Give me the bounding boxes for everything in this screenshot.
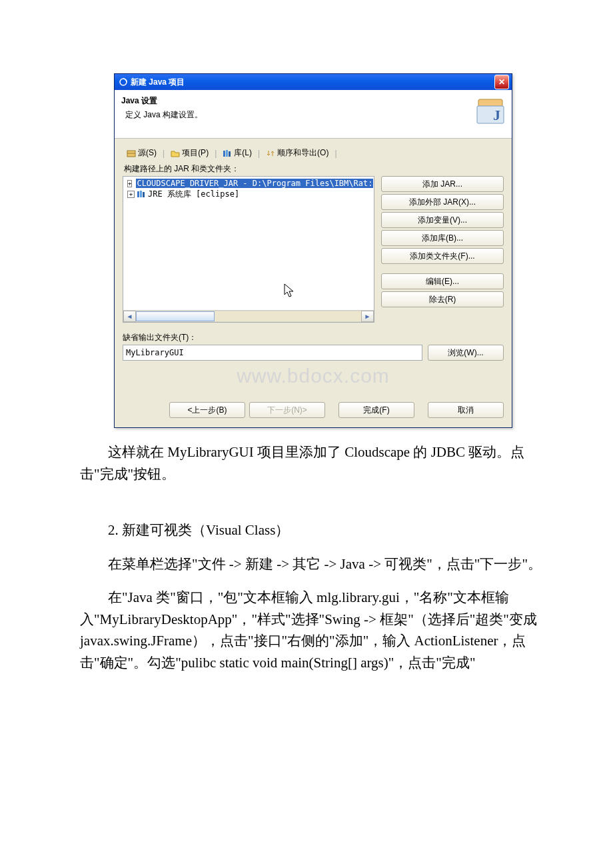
scroll-left-button[interactable]: ◄ <box>123 311 136 322</box>
tab-separator: | <box>257 149 261 158</box>
scroll-thumb[interactable] <box>136 311 215 321</box>
tab-library-label: 库(L) <box>234 147 252 159</box>
dialog-title: 新建 Java 项目 <box>131 77 494 88</box>
scroll-right-button[interactable]: ► <box>361 311 374 322</box>
banner-subtitle: 定义 Java 构建设置。 <box>121 109 473 121</box>
tab-separator: | <box>162 149 165 158</box>
svg-rect-6 <box>223 151 225 157</box>
tab-library[interactable]: 库(L) <box>219 145 256 161</box>
wizard-buttons: <上一步(B) 下一步(N)> 完成(F) 取消 <box>115 395 512 427</box>
section-heading: 2. 新建可视类（Visual Class） <box>80 519 546 541</box>
add-library-button[interactable]: 添加库(B)... <box>381 230 504 246</box>
svg-rect-11 <box>143 192 145 197</box>
browse-button[interactable]: 浏览(W)... <box>428 345 504 361</box>
tab-order-label: 顺序和导出(O) <box>277 147 328 159</box>
document-text: 这样就在 MyLibraryGUI 项目里添加了 Cloudscape 的 JD… <box>80 441 546 673</box>
next-button: 下一步(N)> <box>249 402 325 418</box>
expand-icon[interactable]: + <box>127 180 132 187</box>
svg-rect-8 <box>229 151 231 157</box>
tree-panel[interactable]: + CLOUDSCAPE_DRIVER_JAR - D:\Program Fil… <box>123 176 374 323</box>
svg-rect-10 <box>140 191 142 197</box>
finish-button[interactable]: 完成(F) <box>338 402 414 418</box>
tab-order[interactable]: 顺序和导出(O) <box>262 145 332 161</box>
svg-text:J: J <box>493 107 500 123</box>
scroll-track[interactable] <box>136 311 361 322</box>
add-jar-button[interactable]: 添加 JAR... <box>381 176 504 192</box>
order-icon <box>266 149 275 157</box>
output-folder-input[interactable]: MyLibraryGUI <box>123 345 422 361</box>
paragraph: 在"Java 类"窗口，"包"文本框输入 mlg.library.gui，"名称… <box>80 587 546 673</box>
new-java-project-dialog: 新建 Java 项目 ✕ Java 设置 定义 Java 构建设置。 J <box>114 73 512 428</box>
cancel-button[interactable]: 取消 <box>428 402 504 418</box>
remove-button[interactable]: 除去(R) <box>381 291 504 307</box>
tabs-row: 源(S) | 项目(P) | 库(L) | <box>123 145 504 161</box>
tree-node-jre[interactable]: + JRE 系统库 [eclipse] <box>125 189 372 199</box>
folder-icon <box>171 149 180 157</box>
add-class-folder-button[interactable]: 添加类文件夹(F)... <box>381 248 504 264</box>
expand-icon[interactable]: + <box>127 191 135 198</box>
banner-title: Java 设置 <box>121 95 473 107</box>
package-icon <box>127 149 136 157</box>
svg-rect-7 <box>226 150 228 157</box>
tab-project-label: 项目(P) <box>182 147 209 159</box>
titlebar[interactable]: 新建 Java 项目 ✕ <box>115 74 512 90</box>
tab-separator: | <box>214 149 217 158</box>
back-button[interactable]: <上一步(B) <box>169 402 245 418</box>
tab-project[interactable]: 项目(P) <box>167 145 213 161</box>
tab-separator: | <box>334 149 337 158</box>
tab-source[interactable]: 源(S) <box>123 145 161 161</box>
library-icon <box>223 149 232 157</box>
watermark: www.bdocx.com <box>123 365 504 387</box>
add-external-jar-button[interactable]: 添加外部 JAR(X)... <box>381 194 504 210</box>
banner: Java 设置 定义 Java 构建设置。 J <box>115 90 512 139</box>
java-j-icon: J <box>473 95 505 125</box>
edit-button[interactable]: 编辑(E)... <box>381 273 504 289</box>
library-icon <box>137 191 146 198</box>
tree-node-label: JRE 系统库 [eclipse] <box>148 189 239 200</box>
add-variable-button[interactable]: 添加变量(V)... <box>381 212 504 228</box>
horizontal-scrollbar[interactable]: ◄ ► <box>123 310 374 322</box>
tree-node-cloudscape[interactable]: + CLOUDSCAPE_DRIVER_JAR - D:\Program Fil… <box>125 178 372 189</box>
output-folder-label: 缺省输出文件夹(T)： <box>123 332 504 343</box>
tree-node-label: CLOUDSCAPE_DRIVER_JAR - D:\Program Files… <box>136 179 373 188</box>
tree-label: 构建路径上的 JAR 和类文件夹： <box>124 163 504 175</box>
svg-rect-9 <box>137 191 139 197</box>
paragraph: 这样就在 MyLibraryGUI 项目里添加了 Cloudscape 的 JD… <box>80 441 546 485</box>
paragraph: 在菜单栏选择"文件 -> 新建 -> 其它 -> Java -> 可视类"，点击… <box>80 553 546 575</box>
close-button[interactable]: ✕ <box>494 75 509 89</box>
tab-source-label: 源(S) <box>138 147 157 159</box>
eclipse-icon <box>119 77 128 87</box>
